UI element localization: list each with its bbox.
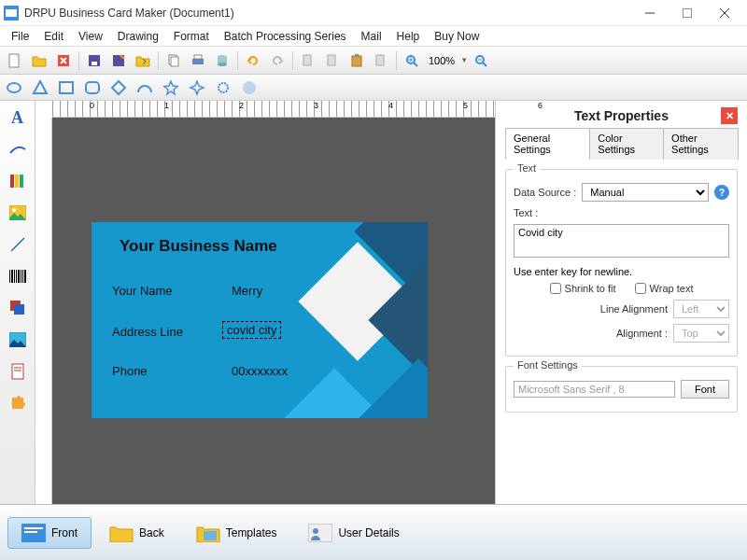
burst-icon[interactable] <box>213 77 233 98</box>
zoom-value[interactable]: 100% <box>425 55 458 66</box>
puzzle-icon[interactable] <box>6 392 30 414</box>
document-icon[interactable] <box>6 360 30 383</box>
roundrect-icon[interactable] <box>82 77 103 98</box>
svg-point-34 <box>244 82 255 93</box>
paste-icon[interactable] <box>345 49 368 72</box>
front-icon <box>21 524 46 542</box>
picture-icon[interactable] <box>6 329 30 351</box>
shape-toolbar <box>0 75 747 101</box>
font-button[interactable]: Font <box>681 380 729 399</box>
library-icon[interactable] <box>6 170 30 192</box>
zoomout-icon[interactable] <box>470 49 492 72</box>
menu-buynow[interactable]: Buy Now <box>429 28 485 45</box>
badge-icon[interactable] <box>239 77 260 98</box>
menu-help[interactable]: Help <box>391 28 426 45</box>
triangle-icon[interactable] <box>30 77 50 98</box>
image-tool-icon[interactable] <box>6 202 30 224</box>
shrink-checkbox[interactable]: Shrink to fit <box>550 283 616 294</box>
svg-point-30 <box>7 83 21 92</box>
card-name-value[interactable]: Merry <box>232 284 262 298</box>
wrap-checkbox[interactable]: Wrap text <box>635 283 694 294</box>
svg-rect-44 <box>16 270 17 283</box>
maximize-button[interactable] <box>669 2 706 24</box>
menu-file[interactable]: File <box>6 28 35 45</box>
redo-icon[interactable] <box>266 49 289 72</box>
font-group: Font Settings Font <box>505 366 738 413</box>
left-toolbar: A <box>0 101 35 504</box>
card-name-label[interactable]: Your Name <box>112 284 173 298</box>
copy-icon[interactable] <box>162 49 185 72</box>
card-address-value-selected[interactable]: covid city <box>222 321 281 339</box>
menu-batch[interactable]: Batch Processing Series <box>218 28 352 45</box>
svg-rect-12 <box>171 57 178 66</box>
tab-templates[interactable]: Templates <box>182 517 291 549</box>
close-button[interactable] <box>706 2 743 24</box>
tab-front[interactable]: Front <box>7 517 92 549</box>
line-tool-icon[interactable] <box>6 233 30 256</box>
templates-icon <box>196 524 220 542</box>
card-title[interactable]: Your Business Name <box>120 237 277 256</box>
window-title: DRPU Business Card Maker (Document1) <box>24 7 631 20</box>
svg-rect-14 <box>194 55 202 59</box>
card-phone-label[interactable]: Phone <box>112 364 148 378</box>
zoom-dropdown-icon[interactable]: ▼ <box>460 56 468 64</box>
tab-color[interactable]: Color Settings <box>589 128 664 160</box>
star4-icon[interactable] <box>187 77 207 98</box>
panel-close-icon[interactable]: ✕ <box>721 107 738 124</box>
close-file-icon[interactable] <box>52 49 75 72</box>
datasource-select[interactable]: Manual <box>582 183 709 202</box>
tab-userdetails[interactable]: User Details <box>294 517 413 549</box>
svg-line-24 <box>414 63 417 66</box>
svg-line-40 <box>11 238 24 251</box>
business-card[interactable]: Your Business Name Your Name Merry Addre… <box>92 222 428 418</box>
rectangle-icon[interactable] <box>56 77 77 98</box>
database-icon[interactable] <box>211 49 233 72</box>
svg-rect-41 <box>9 270 10 283</box>
text-input[interactable]: Covid city <box>514 224 729 258</box>
print-icon[interactable] <box>187 49 209 72</box>
diamond-icon[interactable] <box>108 77 129 98</box>
zoomin-icon[interactable] <box>401 49 423 72</box>
saveas-icon[interactable] <box>107 49 130 72</box>
svg-rect-37 <box>20 175 23 188</box>
text-tool-icon[interactable]: A <box>6 106 30 129</box>
export-icon[interactable] <box>132 49 154 72</box>
pen-tool-icon[interactable] <box>6 138 30 161</box>
svg-rect-42 <box>11 270 13 283</box>
menu-view[interactable]: View <box>73 28 108 45</box>
minimize-button[interactable] <box>631 2 669 24</box>
open-icon[interactable] <box>28 49 50 72</box>
properties-panel: Text Properties ✕ General Settings Color… <box>495 101 747 504</box>
svg-rect-45 <box>18 270 20 283</box>
new-icon[interactable] <box>4 49 26 72</box>
main-toolbar: 100% ▼ <box>0 47 747 75</box>
undo-icon[interactable] <box>242 49 264 72</box>
text-label: Text : <box>514 207 538 218</box>
menu-drawing[interactable]: Drawing <box>112 28 164 45</box>
svg-rect-3 <box>683 8 692 18</box>
barcode-icon[interactable] <box>6 265 30 287</box>
card-address-label[interactable]: Address Line <box>112 325 183 339</box>
svg-rect-52 <box>12 364 23 379</box>
help-icon[interactable]: ? <box>714 185 729 200</box>
canvas[interactable]: Your Business Name Your Name Merry Addre… <box>52 118 495 504</box>
save-icon[interactable] <box>83 49 106 72</box>
font-display <box>514 381 675 398</box>
tab-general[interactable]: General Settings <box>505 128 590 160</box>
layers-icon[interactable] <box>6 297 30 319</box>
star-icon[interactable] <box>161 77 181 98</box>
panel-tabs: General Settings Color Settings Other Se… <box>505 127 738 160</box>
menu-edit[interactable]: Edit <box>38 28 69 45</box>
svg-rect-19 <box>328 55 335 65</box>
ellipse-icon[interactable] <box>4 77 24 98</box>
cut2-icon[interactable] <box>321 49 344 72</box>
cut-icon[interactable] <box>297 49 319 72</box>
menu-mail[interactable]: Mail <box>356 28 388 45</box>
arc-icon[interactable] <box>134 77 155 98</box>
card-phone-value[interactable]: 00xxxxxxx <box>232 364 288 378</box>
menu-format[interactable]: Format <box>168 28 215 45</box>
tab-other[interactable]: Other Settings <box>663 128 739 160</box>
align-label: Alignment : <box>616 328 668 339</box>
tab-back[interactable]: Back <box>95 517 178 549</box>
delete-icon[interactable] <box>370 49 392 72</box>
